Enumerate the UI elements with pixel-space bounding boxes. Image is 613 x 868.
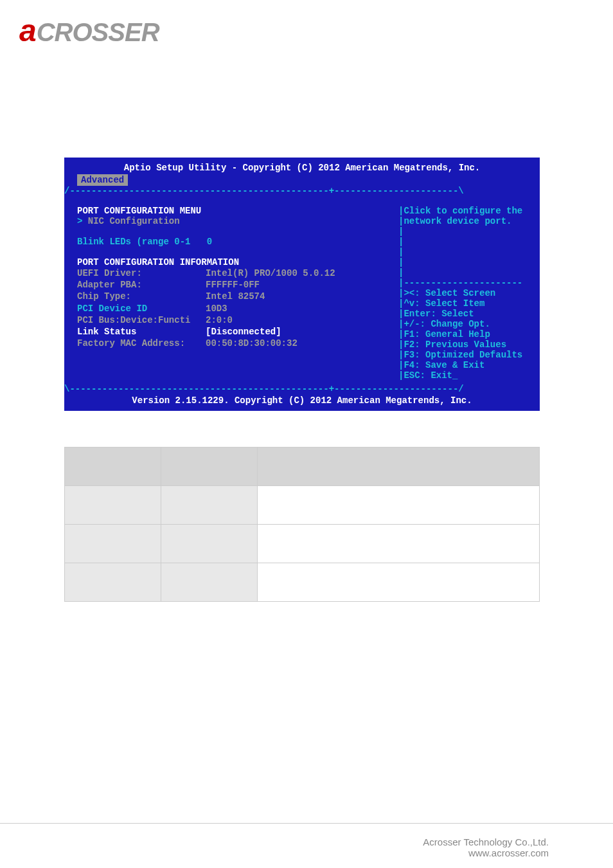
bios-help-panel: |Click to configure the |network device … — [393, 196, 535, 384]
config-info-label: Adapter PBA: — [77, 279, 206, 291]
table-header-cell — [258, 448, 540, 486]
config-info-row: PCI Device ID10D3 — [77, 303, 386, 314]
nav-hint: |F1: General Help — [398, 329, 532, 339]
config-info-row: Adapter PBA:FFFFFF-0FF — [77, 279, 386, 291]
bios-title: Aptio Setup Utility - Copyright (C) 2012… — [64, 161, 540, 174]
spec-table — [64, 447, 540, 602]
config-info-value: 00:50:8D:30:00:32 — [206, 338, 386, 349]
config-info-value: Intel(R) PRO/1000 5.0.12 — [206, 267, 386, 279]
border-bottom: \---------------------------------------… — [64, 384, 540, 394]
table-cell — [258, 486, 540, 525]
config-info-row: Link Status[Disconnected] — [77, 326, 386, 338]
table-cell — [161, 525, 258, 563]
bios-main-panel: PORT CONFIGURATION MENU > NIC Configurat… — [69, 196, 393, 384]
table-cell — [65, 525, 161, 563]
bios-tabs: Advanced — [64, 174, 540, 186]
bios-setup-screen: Aptio Setup Utility - Copyright (C) 2012… — [64, 158, 540, 411]
company-name: Acrosser Technology Co.,Ltd. — [0, 836, 549, 847]
config-info-value: Intel 82574 — [206, 291, 386, 302]
help-line-1: |Click to configure the — [398, 206, 532, 216]
nav-hint: |^v: Select Item — [398, 298, 532, 309]
table-header-cell — [161, 448, 258, 486]
table-row — [65, 563, 540, 602]
nav-hints-list: |><: Select Screen|^v: Select Item|Enter… — [398, 288, 532, 381]
blink-leds-item[interactable]: Blink LEDs (range 0-1 0 — [77, 237, 386, 247]
table-cell — [161, 563, 258, 602]
nav-hint: |F2: Previous Values — [398, 339, 532, 350]
page-footer: Acrosser Technology Co.,Ltd. www.acrosse… — [0, 823, 613, 858]
port-config-info-header: PORT CONFIGURATION INFORMATION — [77, 257, 386, 267]
config-info-value: 10D3 — [206, 303, 386, 314]
brand-logo: aCROSSER — [19, 13, 186, 45]
tab-advanced[interactable]: Advanced — [77, 174, 128, 186]
table-cell — [65, 563, 161, 602]
config-info-value: [Disconnected] — [206, 326, 386, 338]
logo-red-letter: a — [19, 14, 37, 48]
config-info-label: PCI Bus:Device:Functi — [77, 314, 206, 326]
help-line-2: |network device port. — [398, 216, 532, 226]
nav-hint: |F3: Optimized Defaults — [398, 350, 532, 360]
nav-separator: |---------------------- — [398, 278, 532, 288]
config-info-label: UEFI Driver: — [77, 267, 206, 279]
config-info-label: Link Status — [77, 326, 206, 338]
table-cell — [65, 486, 161, 525]
nav-hint: |Enter: Select — [398, 309, 532, 319]
config-info-row: PCI Bus:Device:Functi2:0:0 — [77, 314, 386, 326]
table-cell — [161, 486, 258, 525]
table-row — [65, 486, 540, 525]
nav-hint: |F4: Save & Exit — [398, 360, 532, 370]
config-info-label: Factory MAC Address: — [77, 338, 206, 349]
nic-configuration-item[interactable]: > NIC Configuration — [77, 216, 386, 226]
config-info-value: FFFFFF-0FF — [206, 279, 386, 291]
table-cell — [258, 525, 540, 563]
config-info-label: Chip Type: — [77, 291, 206, 302]
config-info-label: PCI Device ID — [77, 303, 206, 314]
nav-hint: |ESC: Exit_ — [398, 370, 532, 381]
config-info-row: UEFI Driver:Intel(R) PRO/1000 5.0.12 — [77, 267, 386, 279]
border-top: /---------------------------------------… — [64, 186, 540, 196]
nav-hint: |><: Select Screen — [398, 288, 532, 298]
port-config-menu-header: PORT CONFIGURATION MENU — [77, 206, 386, 216]
table-header-cell — [65, 448, 161, 486]
config-info-value: 2:0:0 — [206, 314, 386, 326]
table-cell — [258, 563, 540, 602]
bios-footer-version: Version 2.15.1229. Copyright (C) 2012 Am… — [64, 394, 540, 407]
config-info-row: Chip Type:Intel 82574 — [77, 291, 386, 302]
config-info-list: UEFI Driver:Intel(R) PRO/1000 5.0.12Adap… — [77, 267, 386, 349]
config-info-row: Factory MAC Address:00:50:8D:30:00:32 — [77, 338, 386, 349]
company-url: www.acrosser.com — [0, 847, 549, 858]
nav-hint: |+/-: Change Opt. — [398, 319, 532, 329]
logo-gray-text: CROSSER — [37, 18, 159, 46]
table-row — [65, 525, 540, 563]
table-header-row — [65, 448, 540, 486]
